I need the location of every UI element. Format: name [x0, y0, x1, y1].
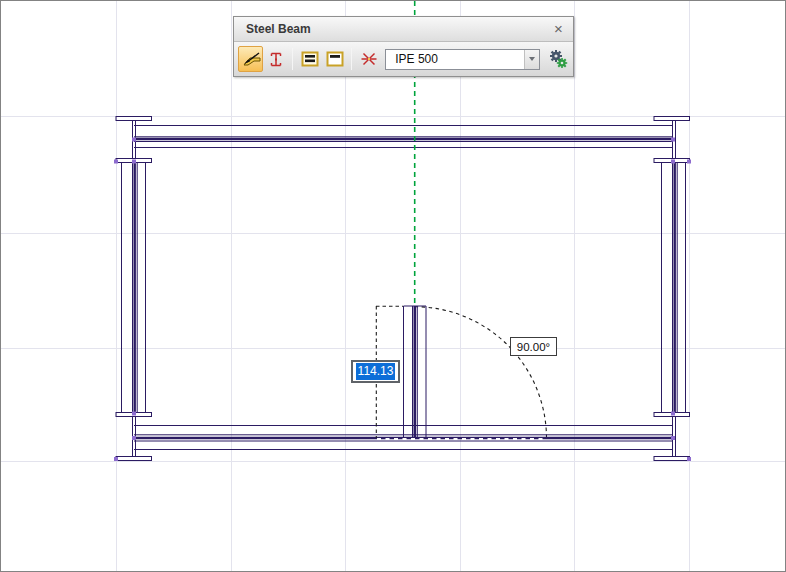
beam-right[interactable]: [662, 163, 686, 413]
palette-title-bar[interactable]: Steel Beam ×: [234, 17, 573, 42]
toolbar-separator: [292, 48, 293, 70]
single-beam-button[interactable]: [238, 46, 263, 72]
palette-title: Steel Beam: [246, 22, 311, 36]
toolbar-separator: [351, 48, 352, 70]
profile-select-value: IPE 500: [386, 52, 524, 66]
beam-left[interactable]: [122, 163, 146, 413]
drawing-canvas[interactable]: [1, 1, 786, 572]
tracker-length-value: 114.13: [356, 363, 396, 380]
single-beam-icon: [240, 48, 262, 70]
chevron-down-icon[interactable]: [524, 50, 539, 69]
angle-arc: [415, 307, 547, 439]
tracker-length-input[interactable]: 114.13: [351, 360, 400, 383]
settings-button[interactable]: [547, 48, 569, 70]
tracker-angle-field[interactable]: 90.00°: [510, 337, 557, 356]
close-icon[interactable]: ×: [550, 20, 567, 37]
i-profile-icon: [265, 48, 287, 70]
profile-section-button[interactable]: [263, 46, 288, 72]
gears-icon: [547, 48, 569, 70]
top-view-mode-button[interactable]: [297, 46, 322, 72]
frame-view-mode-button[interactable]: [322, 46, 347, 72]
snap-star-icon: [358, 48, 380, 70]
beam-top[interactable]: [134, 126, 673, 148]
frame-view-icon: [324, 48, 346, 70]
tracker-angle-value: 90.00°: [517, 341, 550, 353]
snap-reference-button[interactable]: [356, 46, 381, 72]
grid-lines: [1, 1, 786, 572]
steel-beam-palette: Steel Beam ×: [233, 16, 574, 77]
palette-toolbar: IPE 500: [234, 42, 573, 76]
profile-select[interactable]: IPE 500: [385, 49, 540, 70]
node-handles: [114, 138, 691, 462]
top-view-icon: [299, 48, 321, 70]
beam-new-placement[interactable]: [404, 306, 427, 439]
cad-window: 114.13 90.00° Steel Beam ×: [0, 0, 786, 572]
